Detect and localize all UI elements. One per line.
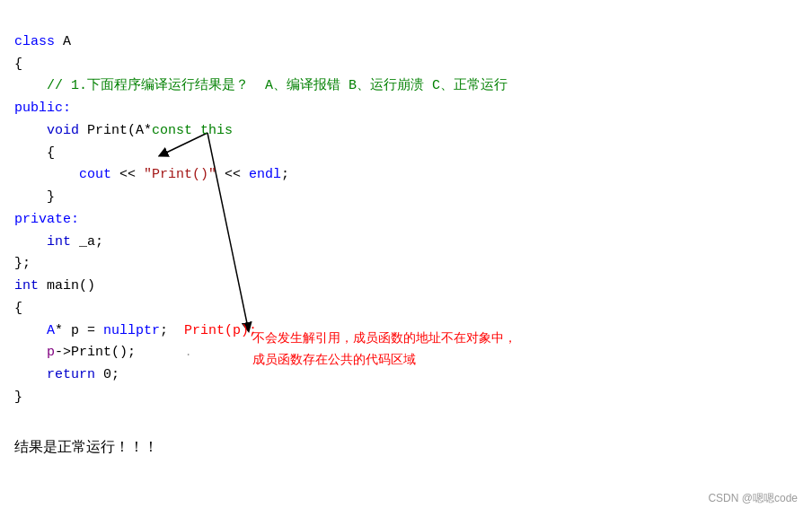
code-container: class A { // 1.下面程序编译运行结果是？ A、编译报错 B、运行崩…: [14, 9, 798, 431]
annotation-box: 不会发生解引用，成员函数的地址不在对象中， 成员函数存在公共的代码区域: [252, 328, 516, 371]
line-nullptr: A* p = nullptr; Print(p);: [14, 323, 257, 338]
line-print: p->Print(); .: [14, 345, 191, 360]
line-int: int _a;: [14, 234, 103, 250]
line-fn: void Print(A*const this: [14, 123, 233, 138]
line-brace1: {: [14, 57, 22, 72]
annotation-line1: 不会发生解引用，成员函数的地址不在对象中，: [252, 330, 516, 345]
line-comment: // 1.下面程序编译运行结果是？ A、编译报错 B、运行崩溃 C、正常运行: [14, 78, 508, 93]
line-brace4: {: [14, 301, 22, 316]
line-return: return 0;: [14, 367, 119, 382]
line-end-class: };: [14, 256, 31, 271]
annotation-line2: 成员函数存在公共的代码区域: [252, 352, 416, 366]
result-text: 结果是正常运行！！！: [14, 438, 798, 457]
watermark: CSDN @嗯嗯code: [708, 491, 798, 506]
line-brace5: }: [14, 390, 22, 405]
line-class: class A: [14, 34, 71, 49]
line-cout: cout << "Print()" << endl;: [14, 167, 289, 182]
line-brace3: }: [14, 189, 55, 205]
line-brace2: {: [14, 145, 55, 161]
line-main: int main(): [14, 278, 95, 294]
line-public: public:: [14, 101, 71, 116]
line-private: private:: [14, 212, 79, 227]
